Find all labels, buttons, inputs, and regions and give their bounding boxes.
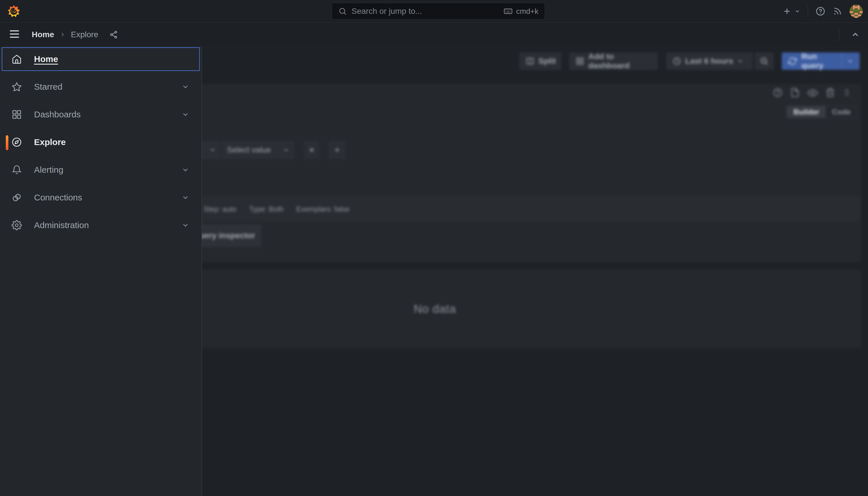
split-icon	[526, 57, 534, 65]
top-bar: Search or jump to... cmd+k	[0, 0, 868, 22]
chevron-down-icon[interactable]	[181, 221, 189, 229]
split-label: Split	[538, 57, 556, 66]
sidebar-item-home[interactable]: Home	[2, 47, 200, 71]
chevron-down-icon	[209, 146, 216, 153]
sidebar-item-label: Home	[34, 54, 58, 64]
option-type: Type: Both	[249, 205, 284, 213]
workspace: Split Add to dashboard Last 6 hours Run …	[0, 46, 868, 496]
chevron-down-icon[interactable]	[181, 110, 189, 119]
menu-toggle-button[interactable]	[10, 30, 19, 38]
chevron-down-icon[interactable]	[181, 83, 189, 91]
mode-builder-tab[interactable]: Builder	[787, 106, 826, 118]
clock-icon	[672, 57, 681, 65]
remove-filter-button[interactable]	[304, 141, 319, 159]
shortcut-text: cmd+k	[516, 7, 538, 16]
breadcrumb: Home Explore	[32, 23, 118, 46]
select-value-placeholder: Select value	[227, 145, 271, 155]
divider	[842, 52, 842, 70]
plus-icon	[334, 146, 341, 154]
query-help-icon[interactable]	[773, 88, 782, 98]
help-button[interactable]	[816, 6, 825, 16]
link-rings-icon	[11, 192, 22, 203]
run-query-button[interactable]: Run query	[782, 52, 859, 70]
chevron-down-icon[interactable]	[181, 166, 189, 174]
apps-grid-icon	[576, 57, 584, 65]
user-avatar[interactable]	[850, 5, 863, 18]
sidebar-item-label: Explore	[34, 137, 66, 147]
add-to-dashboard-label: Add to dashboard	[588, 52, 651, 71]
nav-bar: Home Explore	[0, 23, 868, 46]
grafana-app: Search or jump to... cmd+k	[0, 0, 868, 496]
sidebar-item-label: Alerting	[34, 165, 63, 175]
compass-icon	[11, 137, 22, 148]
new-button[interactable]	[782, 6, 800, 16]
hide-response-eye-icon[interactable]	[807, 88, 818, 98]
chevron-right-icon	[59, 31, 66, 38]
sidebar-item-label: Starred	[34, 82, 62, 92]
sidebar-item-connections[interactable]: Connections	[2, 186, 200, 210]
keyboard-icon	[503, 6, 513, 16]
news-rss-button[interactable]	[833, 6, 842, 16]
divider	[808, 5, 808, 17]
close-icon	[308, 146, 315, 153]
chevron-down-icon[interactable]	[847, 58, 853, 64]
sidebar-item-dashboards[interactable]: Dashboards	[2, 103, 200, 126]
sync-icon	[788, 57, 797, 65]
run-query-label: Run query	[801, 52, 835, 71]
sidebar-item-administration[interactable]: Administration	[2, 213, 200, 237]
remove-query-trash-icon[interactable]	[825, 88, 835, 98]
active-indicator	[6, 135, 9, 150]
plus-icon	[782, 6, 792, 16]
no-data-text: No data	[414, 303, 456, 315]
search-icon	[338, 7, 347, 16]
sidebar-item-explore[interactable]: Explore	[2, 130, 200, 154]
duplicate-query-icon[interactable]	[790, 88, 800, 98]
option-step: Step: auto	[204, 205, 236, 213]
add-filter-button[interactable]	[328, 141, 346, 159]
breadcrumb-home[interactable]: Home	[32, 30, 54, 39]
chevron-down-icon	[794, 9, 800, 14]
query-row-actions	[773, 88, 851, 98]
home-icon	[11, 54, 22, 64]
sidebar-item-alerting[interactable]: Alerting	[2, 158, 200, 182]
gear-icon	[11, 220, 22, 230]
sidebar-item-starred[interactable]: Starred	[2, 75, 200, 99]
sidebar-item-label: Administration	[34, 220, 89, 230]
time-range-picker[interactable]: Last 6 hours	[666, 52, 753, 70]
star-icon	[11, 82, 22, 92]
chevron-down-icon[interactable]	[181, 193, 189, 202]
global-search-input[interactable]: Search or jump to... cmd+k	[331, 3, 545, 20]
mega-menu: Home Starred Dashboards Explore Alerting	[0, 46, 202, 496]
add-to-dashboard-button[interactable]: Add to dashboard	[569, 52, 658, 70]
chevron-down-icon	[283, 147, 289, 153]
zoom-out-button[interactable]	[755, 52, 774, 70]
search-placeholder: Search or jump to...	[352, 6, 503, 16]
navbar-right	[839, 23, 860, 46]
sidebar-item-label: Dashboards	[34, 110, 81, 119]
grafana-logo-icon[interactable]	[7, 2, 21, 20]
split-button[interactable]: Split	[520, 52, 561, 70]
sidebar-item-label: Connections	[34, 192, 82, 202]
topbar-actions	[782, 0, 863, 22]
drag-grip-icon[interactable]	[843, 88, 851, 98]
share-icon[interactable]	[109, 30, 118, 39]
search-minus-icon	[760, 57, 769, 66]
option-exemplars: Exemplars: false	[296, 205, 350, 213]
breadcrumb-current: Explore	[71, 30, 98, 39]
dashboards-grid-icon	[11, 109, 22, 120]
collapse-chevron-up-icon[interactable]	[851, 30, 860, 39]
bell-icon	[11, 165, 22, 175]
editor-mode-toggle: Builder Code	[786, 106, 858, 118]
time-range-label: Last 6 hours	[685, 57, 733, 66]
mode-code-tab[interactable]: Code	[826, 106, 857, 118]
chevron-down-icon	[737, 58, 743, 64]
shortcut-hint: cmd+k	[503, 6, 538, 16]
label-value-dropdown[interactable]: Select value	[222, 141, 294, 159]
